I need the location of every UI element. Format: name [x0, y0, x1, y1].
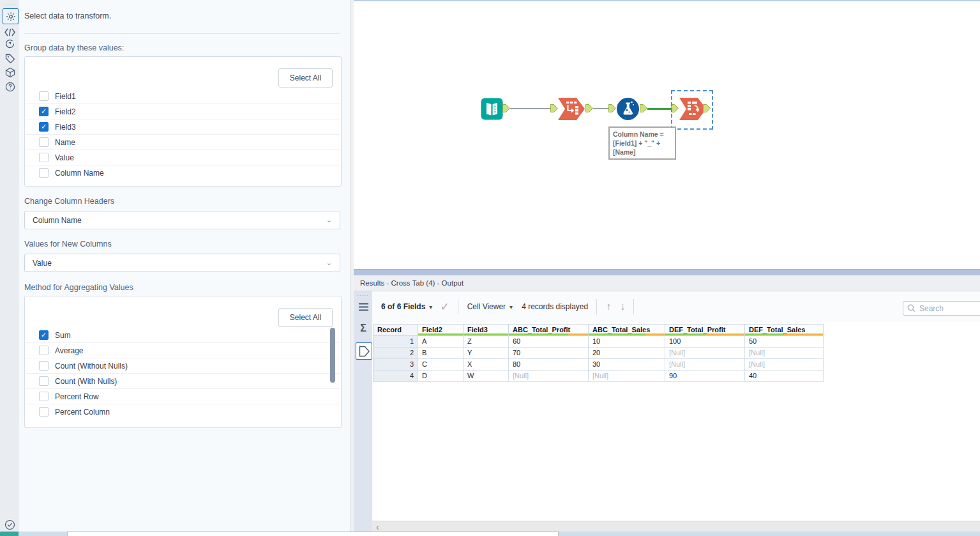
rail-drag-handle[interactable]: ·····	[0, 1, 19, 7]
tag-icon[interactable]	[3, 50, 17, 65]
table-cell[interactable]: 50	[745, 336, 824, 348]
checkbox-checked[interactable]: ✓	[39, 122, 49, 132]
output-anchor-icon[interactable]	[356, 342, 372, 360]
strip-drag-handle[interactable]: ·····	[354, 293, 372, 298]
aggregation-scrollbar[interactable]	[330, 328, 335, 383]
record-number-cell[interactable]: 2	[373, 348, 418, 359]
checkbox-row-column-name[interactable]: Column Name	[26, 165, 340, 180]
checkbox-unchecked[interactable]	[39, 361, 49, 371]
scroll-left-icon[interactable]: ‹	[376, 522, 379, 532]
connection-wire[interactable]	[593, 108, 610, 109]
table-cell[interactable]: 80	[509, 359, 589, 371]
record-number-cell[interactable]: 4	[373, 371, 418, 382]
column-header-field2[interactable]: Field2	[418, 324, 464, 336]
table-row[interactable]: 1AZ601010050	[373, 336, 824, 348]
table-cell[interactable]: X	[464, 359, 509, 371]
checkbox-unchecked[interactable]	[39, 153, 49, 162]
column-header-field3[interactable]: Field3	[464, 324, 509, 336]
package-icon[interactable]	[3, 65, 17, 80]
table-cell[interactable]: 10	[589, 336, 665, 348]
selected-connection-wire[interactable]	[647, 108, 672, 110]
checkbox-row-percent-row[interactable]: Percent Row	[26, 389, 340, 404]
checkbox-row-sum[interactable]: ✓Sum	[26, 328, 340, 343]
checkbox-row-count-without-nulls-[interactable]: Count (Without Nulls)	[26, 358, 340, 374]
table-cell[interactable]: 40	[745, 371, 824, 382]
checkbox-row-average[interactable]: Average	[26, 343, 340, 358]
table-cell[interactable]: 30	[589, 359, 665, 371]
new-columns-dropdown[interactable]: Value ⌄	[24, 254, 340, 272]
gear-icon[interactable]	[3, 8, 19, 24]
help-icon[interactable]	[3, 79, 17, 94]
checkbox-unchecked[interactable]	[39, 407, 49, 417]
record-number-cell[interactable]: 1	[373, 336, 418, 348]
checkbox-row-value[interactable]: Value	[26, 150, 340, 165]
input-anchor[interactable]	[608, 104, 616, 112]
check-circle-icon[interactable]	[3, 517, 17, 532]
table-cell[interactable]: 20	[589, 348, 665, 359]
checkbox-unchecked[interactable]	[39, 346, 49, 355]
table-cell[interactable]: 70	[509, 348, 589, 359]
tool-annotation[interactable]: Column Name = [Field1] + "_" + [Name]	[608, 126, 676, 160]
record-number-cell[interactable]: 3	[373, 359, 418, 371]
table-cell[interactable]: [Null]	[665, 348, 745, 359]
output-anchor[interactable]	[703, 104, 711, 112]
checkbox-row-percent-column[interactable]: Percent Column	[26, 404, 340, 419]
table-cell[interactable]: [Null]	[665, 359, 745, 371]
sync-icon[interactable]	[3, 36, 17, 51]
column-header-abc_total_sales[interactable]: ABC_Total_Sales	[589, 324, 665, 336]
checkbox-unchecked[interactable]	[39, 91, 49, 101]
checkbox-unchecked[interactable]	[39, 392, 49, 401]
table-row[interactable]: 4DW[Null][Null]9040	[373, 371, 824, 382]
checkbox-row-field2[interactable]: ✓Field2	[26, 104, 340, 119]
checkbox-row-count-with-nulls-[interactable]: Count (With Nulls)	[26, 374, 340, 389]
table-cell[interactable]: [Null]	[589, 371, 665, 382]
connection-wire[interactable]	[510, 108, 552, 109]
table-cell[interactable]: 60	[509, 336, 589, 348]
output-anchor[interactable]	[640, 104, 647, 112]
table-cell[interactable]: W	[464, 371, 509, 382]
column-header-def_total_profit[interactable]: DEF_Total_Profit	[665, 324, 745, 336]
table-cell[interactable]: [Null]	[745, 359, 824, 371]
apply-check-icon[interactable]: ✓	[440, 300, 449, 314]
results-horizontal-scrollbar[interactable]: ‹	[372, 521, 980, 532]
output-anchor[interactable]	[502, 104, 510, 112]
text-input-tool[interactable]	[481, 98, 503, 122]
search-input[interactable]	[918, 303, 976, 314]
arrow-up-icon[interactable]: ↑	[606, 301, 611, 312]
aggregation-select-all-button[interactable]: Select All	[278, 308, 333, 327]
output-anchor[interactable]	[585, 104, 593, 112]
table-cell[interactable]: [Null]	[745, 348, 824, 359]
table-row[interactable]: 3CX8030[Null][Null]	[373, 359, 824, 371]
checkbox-row-name[interactable]: Name	[26, 135, 340, 150]
cell-viewer-dropdown[interactable]: Cell Viewer ▾	[467, 302, 513, 311]
table-cell[interactable]: [Null]	[509, 371, 589, 382]
workflow-canvas[interactable]: Column Name = [Field1] + "_" + [Name]	[354, 0, 980, 270]
transpose-tool[interactable]	[557, 96, 585, 123]
results-title-bar[interactable]: Results - Cross Tab (4) - Output	[354, 275, 980, 291]
fields-dropdown[interactable]: 6 of 6 Fields ▾	[381, 302, 432, 311]
arrow-down-icon[interactable]: ↓	[620, 301, 625, 312]
checkbox-row-field3[interactable]: ✓Field3	[26, 119, 340, 135]
checkbox-row-field1[interactable]: Field1	[26, 89, 340, 104]
table-cell[interactable]: B	[418, 348, 464, 359]
table-cell[interactable]: 100	[665, 336, 745, 348]
table-cell[interactable]: 90	[665, 371, 745, 382]
table-cell[interactable]: C	[418, 359, 464, 371]
checkbox-checked[interactable]: ✓	[39, 107, 49, 116]
table-row[interactable]: 2BY7020[Null][Null]	[373, 348, 824, 359]
checkbox-unchecked[interactable]	[39, 376, 49, 386]
column-header-record[interactable]: Record	[373, 324, 418, 336]
table-cell[interactable]: D	[418, 371, 464, 382]
checkbox-unchecked[interactable]	[39, 137, 49, 147]
table-cell[interactable]: A	[418, 336, 464, 348]
table-config-icon[interactable]	[356, 299, 371, 315]
checkbox-unchecked[interactable]	[39, 168, 49, 178]
column-header-def_total_sales[interactable]: DEF_Total_Sales	[745, 324, 824, 336]
table-cell[interactable]: Y	[464, 348, 509, 359]
group-select-all-button[interactable]: Select All	[278, 68, 333, 88]
formula-tool[interactable]	[616, 97, 640, 123]
search-box[interactable]	[903, 301, 980, 316]
checkbox-checked[interactable]: ✓	[39, 330, 49, 340]
column-header-abc_total_profit[interactable]: ABC_Total_Profit	[509, 324, 589, 336]
table-cell[interactable]: Z	[464, 336, 509, 348]
